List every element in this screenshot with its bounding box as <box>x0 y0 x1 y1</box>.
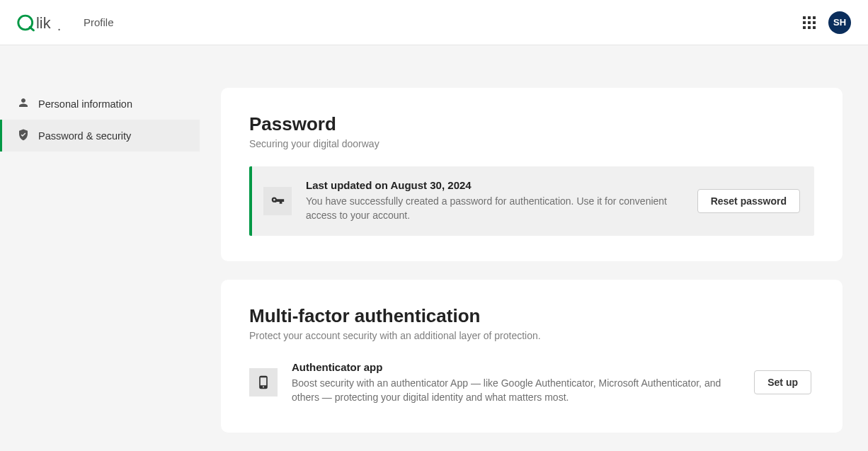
mfa-info-text: Authenticator app Boost security with an… <box>292 361 740 405</box>
password-info-desc: You have successfully created a password… <box>306 194 683 223</box>
phone-icon <box>249 368 278 396</box>
shield-icon <box>17 128 30 143</box>
sidebar-item-personal-information[interactable]: Personal information <box>0 88 200 120</box>
header-left: lik Profile <box>17 12 114 33</box>
header-right: SH <box>803 11 851 34</box>
password-last-updated: Last updated on August 30, 2024 <box>306 179 683 191</box>
setup-mfa-button[interactable]: Set up <box>754 370 811 394</box>
mfa-auth-title: Authenticator app <box>292 361 740 373</box>
password-title: Password <box>249 113 814 135</box>
app-header: lik Profile SH <box>0 0 868 45</box>
password-subtitle: Securing your digital doorway <box>249 138 814 149</box>
page-title: Profile <box>84 16 114 28</box>
avatar[interactable]: SH <box>828 11 851 34</box>
password-info-text: Last updated on August 30, 2024 You have… <box>306 179 683 223</box>
password-info-box: Last updated on August 30, 2024 You have… <box>249 166 814 236</box>
main-content: Password Securing your digital doorway L… <box>221 68 868 451</box>
user-icon <box>17 96 30 111</box>
svg-line-1 <box>30 27 33 30</box>
mfa-auth-desc: Boost security with an authenticator App… <box>292 376 740 405</box>
mfa-authenticator-row: Authenticator app Boost security with an… <box>249 358 814 408</box>
reset-password-button[interactable]: Reset password <box>697 189 800 213</box>
svg-text:lik: lik <box>36 14 51 32</box>
sidebar: Personal information Password & security <box>0 68 200 451</box>
mfa-title: Multi-factor authentication <box>249 305 814 327</box>
sidebar-item-label: Personal information <box>38 98 132 110</box>
mfa-card: Multi-factor authentication Protect your… <box>221 280 843 433</box>
sidebar-item-password-security[interactable]: Password & security <box>0 120 200 152</box>
sidebar-item-label: Password & security <box>38 130 131 142</box>
page-body: Personal information Password & security… <box>0 45 868 451</box>
mfa-subtitle: Protect your account security with an ad… <box>249 330 814 341</box>
password-card: Password Securing your digital doorway L… <box>221 88 843 261</box>
svg-point-3 <box>58 28 59 30</box>
key-icon <box>263 187 292 215</box>
qlik-logo[interactable]: lik <box>17 12 69 33</box>
app-launcher-icon[interactable] <box>803 16 816 29</box>
